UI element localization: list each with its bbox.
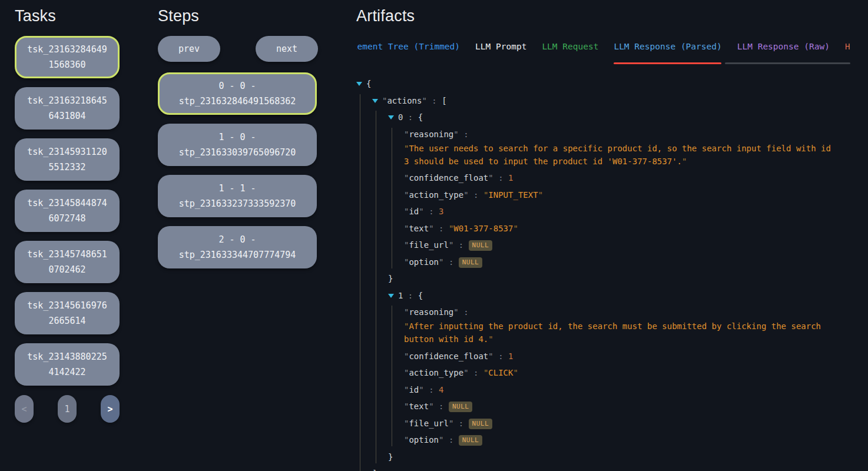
json-open-brace: { <box>418 112 423 122</box>
task-button[interactable]: tsk_231632186456431804 <box>15 87 120 130</box>
json-close-brace: } <box>388 274 393 283</box>
json-viewer: {"actions" : [0 : {"reasoning" : "The us… <box>356 77 850 471</box>
json-null-badge: NULL <box>449 402 473 412</box>
json-actions-open: "actions" : [ <box>372 94 850 107</box>
json-colon: : <box>403 291 418 300</box>
json-colon: : <box>427 96 442 105</box>
json-colon: : <box>459 307 469 317</box>
json-colon: : <box>493 173 508 183</box>
collapse-arrow-icon[interactable] <box>388 115 394 120</box>
prev-step-button[interactable]: prev <box>158 36 220 62</box>
json-key-row: "id" : 4 <box>404 383 850 396</box>
json-open-brace: { <box>366 79 371 88</box>
next-step-button[interactable]: next <box>256 36 318 62</box>
tab-llm-request[interactable]: LLM Request <box>542 42 598 57</box>
json-string-value: W01-377-8537 <box>453 224 513 233</box>
json-key: reasoning <box>409 307 453 317</box>
json-close-bracket: ] <box>372 469 377 471</box>
json-key-row: "text" : NULL <box>404 400 850 413</box>
json-children: "actions" : [0 : {"reasoning" : "The use… <box>360 94 850 471</box>
pagination-prev-button[interactable]: < <box>15 395 34 423</box>
artifacts-panel: Artifacts Element Tree (Trimmed)LLM Prom… <box>356 7 850 471</box>
json-colon: : <box>469 190 483 200</box>
json-quote: " <box>488 351 493 361</box>
json-value-reasoning: "After inputting the product id, the sea… <box>404 320 834 346</box>
json-colon: : <box>469 368 483 377</box>
step-button[interactable]: 1 - 1 - stp_231633237333592370 <box>158 175 317 217</box>
json-key-row: "confidence_float" : 1 <box>404 171 850 184</box>
task-button[interactable]: tsk_231632846491568360 <box>15 36 120 78</box>
tab-llm-prompt[interactable]: LLM Prompt <box>475 42 526 57</box>
json-value-reasoning: "The user needs to search for a specific… <box>404 142 834 168</box>
json-null-badge: NULL <box>469 419 493 429</box>
step-list: 0 - 0 - stp_2316328464915683621 - 0 - st… <box>158 72 318 268</box>
task-button[interactable]: tsk_231459311205512332 <box>15 138 120 181</box>
step-nav: prev next <box>158 36 318 62</box>
json-key-row: "text" : "W01-377-8537" <box>404 222 850 235</box>
json-quote: " <box>453 307 458 317</box>
json-key: text <box>409 402 429 411</box>
json-key-row: "confidence_float" : 1 <box>404 350 850 363</box>
json-colon: : <box>434 224 449 233</box>
json-key: option <box>409 435 439 445</box>
json-null-badge: NULL <box>469 240 493 251</box>
task-button[interactable]: tsk_231438802254142422 <box>15 343 120 386</box>
artifacts-title: Artifacts <box>356 7 850 25</box>
json-string-value: The user needs to search for a specific … <box>404 144 831 166</box>
step-button[interactable]: 1 - 0 - stp_231633039765096720 <box>158 124 317 166</box>
task-list: tsk_231632846491568360tsk_23163218645643… <box>15 36 120 386</box>
json-string-value: INPUT_TEXT <box>488 190 538 200</box>
json-colon: : <box>424 385 439 394</box>
step-button[interactable]: 2 - 0 - stp_231633344707774794 <box>158 226 317 268</box>
json-string-value: CLICK <box>488 368 513 377</box>
tab-llm-response-parsed-[interactable]: LLM Response (Parsed) <box>614 42 721 57</box>
json-key: id <box>409 207 419 216</box>
json-action-open: 0 : { <box>388 111 850 124</box>
json-colon: : <box>453 419 468 428</box>
json-quote: " <box>419 385 423 394</box>
json-colon: : <box>434 402 449 411</box>
step-button[interactable]: 0 - 0 - stp_231632846491568362 <box>158 72 317 115</box>
json-action-close: } <box>388 272 850 285</box>
tab-element-tree-trimmed-[interactable]: Element Tree (Trimmed) <box>356 42 460 57</box>
json-key: actions <box>387 96 422 105</box>
json-key: action_type <box>409 190 463 200</box>
json-quote: " <box>538 190 543 200</box>
collapse-arrow-icon[interactable] <box>372 99 378 103</box>
steps-title: Steps <box>158 7 318 25</box>
pagination-page-button[interactable]: 1 <box>58 395 77 423</box>
json-key-row: "reasoning" : <box>404 306 850 319</box>
json-key: option <box>409 257 439 267</box>
json-quote: " <box>682 157 687 166</box>
json-quote: " <box>453 130 458 139</box>
task-button[interactable]: tsk_231457486510702462 <box>15 241 120 283</box>
json-key: confidence_float <box>409 351 488 361</box>
json-number-value: 1 <box>508 173 513 183</box>
pagination-next-button[interactable]: > <box>101 395 120 423</box>
json-key: file_url <box>409 419 448 428</box>
json-quote: " <box>488 173 493 183</box>
json-number-value: 1 <box>508 351 513 361</box>
json-key-row: "option" : NULL <box>404 256 850 268</box>
tab-html-raw-[interactable]: Html (Raw) <box>845 42 850 57</box>
json-root-open: { <box>356 77 850 90</box>
json-string-value: After inputting the product id, the sear… <box>404 321 821 344</box>
collapse-arrow-icon[interactable] <box>356 82 362 86</box>
json-quote: " <box>463 190 468 200</box>
tab-llm-response-raw-[interactable]: LLM Response (Raw) <box>737 42 830 57</box>
steps-panel: Steps prev next 0 - 0 - stp_231632846491… <box>158 7 318 268</box>
json-key-row: "action_type" : "INPUT_TEXT" <box>404 188 850 201</box>
json-key: file_url <box>409 240 448 250</box>
json-colon: : <box>453 240 468 250</box>
task-button[interactable]: tsk_231456169762665614 <box>15 292 120 334</box>
collapse-arrow-icon[interactable] <box>388 294 394 298</box>
json-null-badge: NULL <box>459 435 483 446</box>
task-button[interactable]: tsk_231458448746072748 <box>15 190 120 232</box>
json-quote: " <box>513 224 518 233</box>
json-quote: " <box>429 224 433 233</box>
json-actions-close: ] <box>372 467 850 471</box>
json-open-brace: { <box>418 291 423 300</box>
json-key-row: "file_url" : NULL <box>404 238 850 251</box>
json-key-row: "reasoning" : <box>404 128 850 141</box>
json-colon: : <box>459 130 469 139</box>
